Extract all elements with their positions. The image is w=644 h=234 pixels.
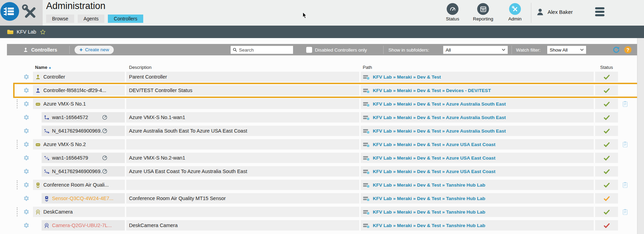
gear-icon[interactable] <box>23 101 29 107</box>
plus-icon: + <box>79 47 83 53</box>
watch-filter-value: Show All <box>550 47 568 52</box>
nav-reporting-label: Reporting <box>470 16 497 21</box>
right-gutter <box>637 38 644 234</box>
path-link[interactable]: KFV Lab » Meraki » Dev & Test » Tanshire… <box>373 196 485 201</box>
column-header-name[interactable]: Name▲ <box>33 65 125 70</box>
clipboard-icon[interactable] <box>622 141 628 148</box>
clipboard-icon[interactable] <box>622 101 628 107</box>
gear-icon[interactable] <box>23 74 29 80</box>
path-icon <box>363 223 370 228</box>
menu-icon[interactable] <box>595 7 604 18</box>
gear-icon[interactable] <box>23 168 29 174</box>
gear-icon[interactable] <box>23 209 29 215</box>
nav-status[interactable]: Status <box>439 3 466 21</box>
nav-admin[interactable]: Admin <box>501 3 529 21</box>
table-row[interactable]: ControllerParent ControllerKFV Lab » Mer… <box>16 72 636 82</box>
controller-name[interactable]: N_641762946900969... <box>52 169 102 174</box>
controllers-table: Name▲ Description Path Status Controller… <box>16 63 636 234</box>
controller-name[interactable]: Controller-f8581f4c-df29-4... <box>43 88 106 93</box>
gear-icon[interactable] <box>23 155 29 161</box>
column-header-path[interactable]: Path <box>361 65 594 70</box>
gauge-icon <box>102 128 108 134</box>
gauge-icon <box>102 169 108 174</box>
path-icon <box>363 101 370 107</box>
controller-name[interactable]: DeskCamera <box>43 209 73 215</box>
path-link[interactable]: KFV Lab » Meraki » Dev & Test » Azure US… <box>373 142 496 147</box>
controller-name[interactable]: Camera-Q2GV-UBU2-7L... <box>52 223 112 228</box>
gear-icon[interactable] <box>23 114 29 120</box>
path-link[interactable]: KFV Lab » Meraki » Dev & Test » Azure Au… <box>373 128 506 134</box>
chevron-down-icon <box>580 48 584 51</box>
path-link[interactable]: KFV Lab » Meraki » Dev & Test » Tanshire… <box>373 223 485 228</box>
gear-icon[interactable] <box>23 141 29 147</box>
gear-icon[interactable] <box>23 128 29 134</box>
search-input[interactable] <box>239 47 291 52</box>
controller-name[interactable]: N_641762946900969... <box>52 128 102 134</box>
app-logo-icon[interactable] <box>0 1 20 21</box>
chevron-down-icon <box>502 48 505 51</box>
interface-icon <box>44 115 50 120</box>
table-row[interactable]: N_641762946900969...Azure USA East Coast… <box>16 166 636 177</box>
status-ok-icon <box>603 74 610 80</box>
sort-asc-icon: ▲ <box>48 66 51 69</box>
controller-name[interactable]: Conference Room Air Quali... <box>43 182 109 188</box>
table-row[interactable]: zZwan1-16564579Azure VMX-S No.2-wan1KFV … <box>16 153 636 163</box>
table-row[interactable]: Camera-Q2GV-UBU2-7L...DeskCamera CameraK… <box>16 220 636 231</box>
path-link[interactable]: KFV Lab » Meraki » Dev & Test <box>373 74 441 80</box>
gear-icon[interactable] <box>23 87 29 93</box>
controller-name[interactable]: Controller <box>43 74 65 80</box>
path-link[interactable]: KFV Lab » Meraki » Dev & Test » Tanshire… <box>373 209 485 215</box>
user-menu[interactable]: Alex Baker <box>536 8 573 16</box>
drag-handle-icon[interactable] <box>17 207 18 216</box>
table-row[interactable]: DeskCameraKFV Lab » Meraki » Dev & Test … <box>16 207 636 217</box>
path-link[interactable]: KFV Lab » Meraki » Dev & Test » Azure Au… <box>373 101 506 107</box>
column-header-description[interactable]: Description <box>126 65 359 70</box>
path-link[interactable]: KFV Lab » Meraki » Dev & Test » Azure US… <box>373 169 496 174</box>
controller-description: Conference Room Air Quality MT15 Sensor <box>129 196 226 201</box>
controller-description: DEV/TEST Controller Status <box>129 88 192 93</box>
interface-sleep-icon: zZ <box>44 155 50 161</box>
table-row[interactable]: Azure VMX-S No.1KFV Lab » Meraki » Dev &… <box>16 99 636 109</box>
gear-icon[interactable] <box>23 195 29 201</box>
path-icon <box>363 128 370 134</box>
clipboard-icon[interactable] <box>622 209 628 215</box>
favorite-star-icon[interactable] <box>40 29 46 35</box>
sensor-icon <box>35 182 41 188</box>
table-row[interactable]: Controller-f8581f4c-df29-4...DEV/TEST Co… <box>16 85 636 96</box>
tab-agents[interactable]: Agents <box>78 15 105 23</box>
toolbar-divider <box>512 46 512 54</box>
table-row[interactable]: Conference Room Air Quali...KFV Lab » Me… <box>16 180 636 190</box>
path-link[interactable]: KFV Lab » Meraki » Dev & Test » Azure US… <box>373 155 496 161</box>
disabled-controllers-checkbox[interactable] <box>306 47 312 53</box>
path-link[interactable]: KFV Lab » Meraki » Dev & Test » Azure Au… <box>373 115 506 120</box>
breadcrumb-location[interactable]: KFV Lab <box>17 29 36 35</box>
drag-handle-icon[interactable] <box>17 99 18 108</box>
controller-name[interactable]: Azure VMX-S No.2 <box>43 142 86 147</box>
nav-reporting[interactable]: Reporting <box>470 3 497 21</box>
tab-controllers[interactable]: Controllers <box>108 15 143 23</box>
create-new-button[interactable]: + Create new <box>75 46 114 54</box>
table-row[interactable]: Sensor-Q3CQ-4W24-4E7...Conference Room A… <box>16 193 636 204</box>
help-icon[interactable]: ? <box>624 46 632 53</box>
drag-handle-icon[interactable] <box>17 180 18 189</box>
tab-browse[interactable]: Browse <box>46 15 74 23</box>
path-link[interactable]: KFV Lab » Meraki » Dev & Test » Tanshire… <box>373 182 485 188</box>
controller-description: Azure USA East Coast To Azure Australia … <box>129 169 247 174</box>
column-header-status[interactable]: Status <box>595 65 618 70</box>
controller-name[interactable]: Azure VMX-S No.1 <box>43 101 86 107</box>
watch-filter-select[interactable]: Show All <box>547 46 586 54</box>
table-row[interactable]: wan1-16564572Azure VMX-S No.1-wan1KFV La… <box>16 112 636 123</box>
table-row[interactable]: Azure VMX-S No.2KFV Lab » Meraki » Dev &… <box>16 139 636 150</box>
gear-icon[interactable] <box>23 182 29 188</box>
clipboard-icon[interactable] <box>622 182 628 188</box>
controller-name[interactable]: wan1-16564579 <box>52 155 88 161</box>
controller-name[interactable]: wan1-16564572 <box>52 115 88 120</box>
gear-icon[interactable] <box>23 222 29 228</box>
controller-name[interactable]: Sensor-Q3CQ-4W24-4E7... <box>52 196 113 201</box>
table-row[interactable]: N_641762946900969...Azure Australia Sout… <box>16 126 636 136</box>
subfolders-select[interactable]: All <box>443 46 508 54</box>
refresh-icon[interactable] <box>612 46 620 54</box>
path-link[interactable]: KFV Lab » Meraki » Dev & Test » Devices … <box>373 88 491 93</box>
drag-handle-icon[interactable] <box>17 140 18 149</box>
gauge-icon <box>447 3 458 15</box>
